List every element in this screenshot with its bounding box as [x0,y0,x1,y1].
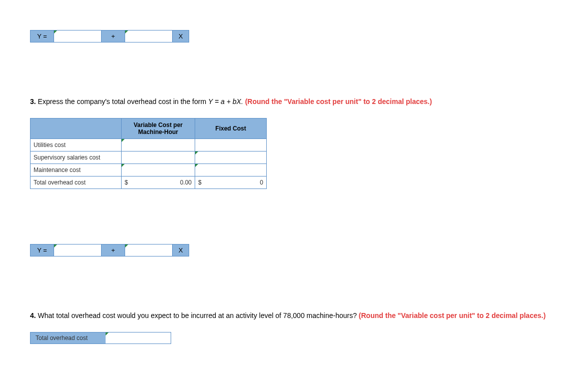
row-fix-input[interactable] [195,152,267,164]
formula1-y-label: Y = [31,30,54,42]
formula2-input-a-cell[interactable] [54,244,102,256]
edit-indicator-icon [195,152,198,154]
formula1-input-a[interactable] [54,31,101,42]
table-row: Utilities cost [31,139,267,152]
formula1-x-label: X [173,30,189,42]
row-label: Supervisory salaries cost [31,152,122,164]
question3-number: 3. [30,98,36,106]
formula2-y-label: Y = [31,244,54,256]
question4-text: 4. What total overhead cost would you ex… [30,312,547,320]
row-fix-input[interactable] [195,164,267,176]
table-row: Supervisory salaries cost [31,152,267,164]
total-overhead-input[interactable] [106,332,171,344]
question3-red: (Round the "Variable cost per unit" to 2… [245,98,432,106]
edit-indicator-icon [54,30,57,34]
edit-indicator-icon [54,244,57,248]
total-overhead-label: Total overhead cost [31,332,106,344]
formula2-input-b[interactable] [125,245,172,256]
row-label: Maintenance cost [31,164,122,176]
cost-table-header-blank [31,118,122,139]
question4-red: (Round the "Variable cost per unit" to 2… [359,312,545,320]
total-var: $ 0.00 [122,176,195,189]
formula2-input-a[interactable] [54,245,101,256]
cost-table-header-variable: Variable Cost per Machine-Hour [122,118,195,139]
cost-table: Variable Cost per Machine-Hour Fixed Cos… [30,118,267,189]
row-var-input[interactable] [122,164,195,176]
row-label: Utilities cost [31,139,122,152]
question3-formula: Y = a + bX. [208,98,243,106]
edit-indicator-icon [125,244,128,248]
table-row: Maintenance cost [31,164,267,176]
question4-number: 4. [30,312,36,320]
row-var-input[interactable] [122,152,195,164]
formula-row-1: Y = + X [30,30,189,42]
edit-indicator-icon [195,164,198,167]
total-overhead-row: Total overhead cost [30,332,171,344]
question3-body: Express the company's total overhead cos… [38,98,207,106]
edit-indicator-icon [125,30,128,34]
table-row-total: Total overhead cost $ 0.00 $ 0 [31,176,267,189]
formula1-input-b[interactable] [125,31,172,42]
question3-text: 3. Express the company's total overhead … [30,98,547,106]
formula1-input-b-cell[interactable] [125,30,173,42]
row-var-input[interactable] [122,139,195,152]
formula-row-2: Y = + X [30,244,189,256]
row-fix-input[interactable] [195,139,267,152]
formula2-x-label: X [173,244,189,256]
formula2-input-b-cell[interactable] [125,244,173,256]
formula1-input-a-cell[interactable] [54,30,102,42]
cost-table-header-fixed: Fixed Cost [195,118,267,139]
edit-indicator-icon [106,332,109,336]
total-overhead-input-cell[interactable] [106,332,171,344]
formula2-plus: + [102,244,125,256]
formula1-plus: + [102,30,125,42]
total-fix: $ 0 [195,176,267,189]
edit-indicator-icon [122,164,125,167]
edit-indicator-icon [122,139,125,142]
total-label: Total overhead cost [31,176,122,189]
question4-body: What total overhead cost would you expec… [38,312,357,320]
